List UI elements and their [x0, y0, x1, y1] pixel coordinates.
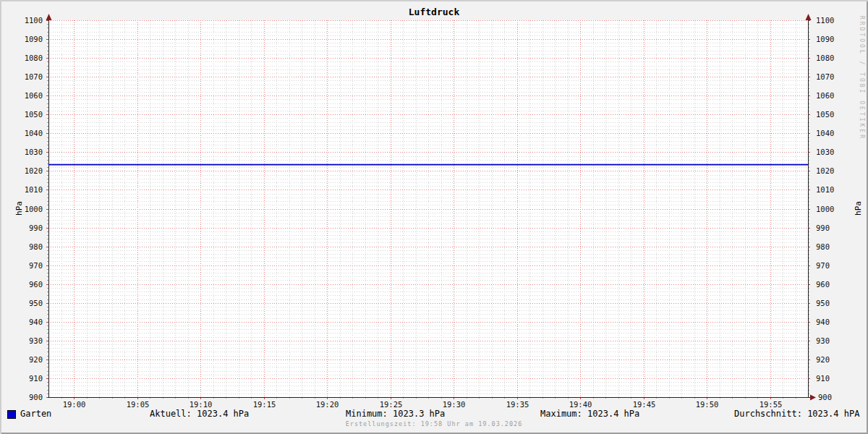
svg-text:910: 910	[29, 374, 43, 383]
svg-text:1030: 1030	[816, 148, 834, 156]
stat-aktuell: Aktuell: 1023.4 hPa	[150, 409, 249, 420]
svg-text:940: 940	[816, 318, 830, 326]
creation-timestamp: Erstellungszeit: 19:58 Uhr am 19.03.2026	[0, 420, 868, 427]
svg-text:1100: 1100	[816, 16, 834, 25]
svg-text:930: 930	[816, 336, 830, 345]
svg-text:990: 990	[29, 224, 43, 232]
svg-text:1020: 1020	[25, 166, 43, 175]
stat-minimum: Minimum: 1023.3 hPa	[346, 409, 445, 420]
svg-text:1070: 1070	[25, 72, 43, 81]
svg-text:19:00: 19:00	[63, 400, 86, 409]
svg-text:1090: 1090	[816, 35, 834, 43]
svg-text:900: 900	[29, 393, 43, 401]
svg-text:19:45: 19:45	[633, 400, 656, 409]
svg-text:1050: 1050	[25, 110, 43, 119]
svg-text:19:35: 19:35	[506, 400, 529, 409]
svg-text:1100: 1100	[25, 16, 43, 25]
svg-text:1080: 1080	[816, 54, 834, 62]
svg-text:920: 920	[816, 355, 830, 364]
svg-text:1050: 1050	[816, 110, 834, 119]
stat-maximum: Maximum: 1023.4 hPa	[540, 409, 639, 420]
svg-text:930: 930	[29, 336, 43, 345]
svg-text:980: 980	[816, 242, 830, 251]
svg-text:1010: 1010	[816, 185, 834, 194]
pressure-chart: 9009009109109209209309309409409509509609…	[0, 0, 868, 434]
svg-text:970: 970	[29, 261, 43, 270]
svg-text:19:55: 19:55	[760, 400, 783, 409]
svg-text:19:30: 19:30	[443, 400, 466, 409]
svg-text:19:10: 19:10	[190, 400, 213, 409]
svg-text:1060: 1060	[816, 91, 834, 100]
svg-text:19:40: 19:40	[569, 400, 592, 409]
svg-text:910: 910	[816, 374, 830, 383]
svg-text:950: 950	[816, 299, 830, 307]
svg-text:1000: 1000	[816, 205, 834, 213]
svg-text:960: 960	[816, 280, 830, 289]
svg-text:1060: 1060	[25, 91, 43, 100]
svg-text:1040: 1040	[816, 129, 834, 137]
svg-text:19:05: 19:05	[127, 400, 150, 409]
svg-text:1040: 1040	[25, 129, 43, 137]
legend-swatch-garten	[7, 410, 16, 419]
svg-text:1020: 1020	[816, 166, 834, 175]
svg-text:1080: 1080	[25, 54, 43, 62]
svg-text:900: 900	[818, 393, 832, 401]
svg-text:1070: 1070	[816, 72, 834, 81]
svg-text:960: 960	[29, 280, 43, 289]
svg-text:1010: 1010	[25, 185, 43, 194]
svg-text:1030: 1030	[25, 148, 43, 156]
svg-text:1090: 1090	[25, 35, 43, 43]
svg-text:19:20: 19:20	[316, 400, 339, 409]
svg-text:19:25: 19:25	[380, 400, 403, 409]
rrdtool-graph: Luftdruck RRDTOOL / TOBI OETIKER hPa hPa…	[0, 0, 868, 434]
svg-text:19:50: 19:50	[696, 400, 719, 409]
svg-text:920: 920	[29, 355, 43, 364]
svg-text:970: 970	[816, 261, 830, 270]
legend-series-label: Garten	[20, 409, 51, 420]
svg-text:980: 980	[29, 242, 43, 251]
svg-text:19:15: 19:15	[253, 400, 276, 409]
legend-row: Garten Aktuell: 1023.4 hPa Minimum: 1023…	[0, 409, 868, 420]
stat-durchschnitt: Durchschnitt: 1023.4 hPA	[734, 409, 859, 420]
svg-text:940: 940	[29, 318, 43, 326]
svg-text:950: 950	[29, 299, 43, 307]
svg-text:1000: 1000	[25, 205, 43, 213]
svg-text:990: 990	[816, 224, 830, 232]
